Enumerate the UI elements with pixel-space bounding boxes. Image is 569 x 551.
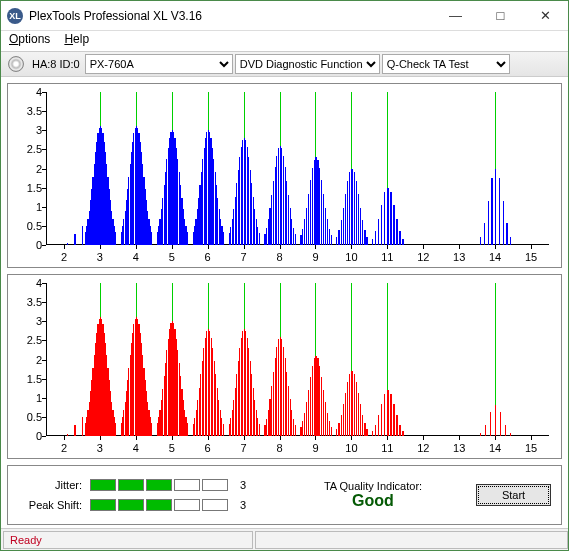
menu-help[interactable]: Help	[64, 32, 89, 50]
x-tick-label: 7	[241, 251, 247, 263]
jitter-value: 3	[236, 479, 250, 491]
x-tick-label: 11	[381, 251, 393, 263]
meter-block	[202, 479, 228, 491]
meter-block	[118, 499, 144, 511]
status-empty	[255, 531, 568, 549]
meter-block	[174, 499, 200, 511]
x-tick-label: 3	[97, 442, 103, 454]
jitter-row: Jitter: 3	[18, 479, 250, 491]
ta-value: Good	[352, 492, 394, 510]
meter-block	[174, 479, 200, 491]
x-tick-label: 7	[241, 442, 247, 454]
y-tick-label: 3	[14, 124, 42, 136]
function-select[interactable]: DVD Diagnostic Functions	[235, 54, 380, 74]
app-icon: XL	[7, 8, 23, 24]
chart-top: 00.511.522.533.5423456789101112131415	[7, 83, 562, 268]
menubar: Options Help	[1, 31, 568, 51]
meter-block	[90, 479, 116, 491]
y-tick-label: 2	[14, 354, 42, 366]
status-text: Ready	[3, 531, 253, 549]
y-tick-label: 3	[14, 315, 42, 327]
meter-block	[146, 499, 172, 511]
jitter-meter	[90, 479, 228, 491]
titlebar[interactable]: XL PlexTools Professional XL V3.16 — □ ✕	[1, 1, 568, 31]
y-tick-label: 0	[14, 239, 42, 251]
disc-icon	[8, 56, 24, 72]
y-tick-label: 2.5	[14, 143, 42, 155]
meter-block	[118, 479, 144, 491]
x-tick-label: 10	[345, 442, 357, 454]
y-tick-label: 1	[14, 392, 42, 404]
x-tick-label: 12	[417, 251, 429, 263]
y-tick-label: 1.5	[14, 373, 42, 385]
y-tick-label: 0.5	[14, 411, 42, 423]
x-tick-label: 8	[276, 442, 282, 454]
x-tick-label: 11	[381, 442, 393, 454]
statusbar: Ready	[1, 528, 568, 550]
peak-value: 3	[236, 499, 250, 511]
menu-help-rest: elp	[73, 32, 89, 46]
toolbar: HA:8 ID:0 PX-760A DVD Diagnostic Functio…	[1, 51, 568, 77]
x-tick-label: 15	[525, 251, 537, 263]
x-tick-label: 14	[489, 251, 501, 263]
y-tick-label: 2	[14, 163, 42, 175]
menu-options-rest: ptions	[18, 32, 50, 46]
y-tick-label: 4	[14, 86, 42, 98]
x-tick-label: 12	[417, 442, 429, 454]
x-tick-label: 4	[133, 442, 139, 454]
ta-indicator: TA Quality Indicator: Good	[270, 480, 476, 510]
x-tick-label: 6	[205, 251, 211, 263]
x-tick-label: 8	[276, 251, 282, 263]
meter-block	[202, 499, 228, 511]
x-tick-label: 13	[453, 442, 465, 454]
x-tick-label: 3	[97, 251, 103, 263]
ta-label: TA Quality Indicator:	[324, 480, 422, 492]
x-tick-label: 14	[489, 442, 501, 454]
window-title: PlexTools Professional XL V3.16	[29, 9, 433, 23]
y-tick-label: 1.5	[14, 182, 42, 194]
chart-bottom: 00.511.522.533.5423456789101112131415	[7, 274, 562, 459]
x-tick-label: 5	[169, 442, 175, 454]
x-tick-label: 2	[61, 251, 67, 263]
peak-meter	[90, 499, 228, 511]
x-tick-label: 6	[205, 442, 211, 454]
start-button[interactable]: Start	[476, 484, 551, 506]
test-select[interactable]: Q-Check TA Test	[382, 54, 510, 74]
peak-label: Peak Shift:	[18, 499, 82, 511]
y-tick-label: 2.5	[14, 334, 42, 346]
x-tick-label: 15	[525, 442, 537, 454]
y-tick-label: 3.5	[14, 296, 42, 308]
y-tick-label: 3.5	[14, 105, 42, 117]
y-tick-label: 0	[14, 430, 42, 442]
x-tick-label: 10	[345, 251, 357, 263]
y-tick-label: 4	[14, 277, 42, 289]
x-tick-label: 9	[312, 251, 318, 263]
drive-select[interactable]: PX-760A	[85, 54, 233, 74]
peak-row: Peak Shift: 3	[18, 499, 250, 511]
menu-options[interactable]: Options	[9, 32, 50, 50]
results-panel: Jitter: 3 Peak Shift: 3 TA Quality Indic…	[7, 465, 562, 525]
drive-id-label: HA:8 ID:0	[29, 58, 83, 70]
x-tick-label: 9	[312, 442, 318, 454]
maximize-button[interactable]: □	[478, 1, 523, 30]
x-tick-label: 5	[169, 251, 175, 263]
meter-block	[90, 499, 116, 511]
x-tick-label: 13	[453, 251, 465, 263]
y-tick-label: 1	[14, 201, 42, 213]
jitter-label: Jitter:	[18, 479, 82, 491]
close-button[interactable]: ✕	[523, 1, 568, 30]
content-area: 00.511.522.533.5423456789101112131415 00…	[1, 77, 568, 528]
x-tick-label: 4	[133, 251, 139, 263]
app-window: XL PlexTools Professional XL V3.16 — □ ✕…	[0, 0, 569, 551]
x-tick-label: 2	[61, 442, 67, 454]
y-tick-label: 0.5	[14, 220, 42, 232]
minimize-button[interactable]: —	[433, 1, 478, 30]
meter-block	[146, 479, 172, 491]
